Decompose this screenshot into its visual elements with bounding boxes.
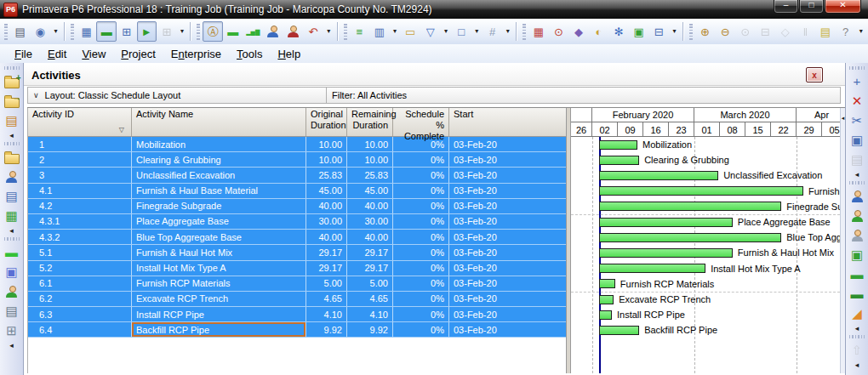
- gantt-bar[interactable]: [599, 186, 803, 196]
- column-header-remaining-duration[interactable]: Remaining Duration: [347, 108, 393, 136]
- timescale-week[interactable]: 05: [822, 122, 840, 137]
- activity-details-icon[interactable]: ▦: [528, 21, 549, 42]
- cell-remaining-duration[interactable]: 10.00: [347, 137, 393, 151]
- column-header-activity-id[interactable]: Activity ID ▽: [28, 108, 132, 136]
- constraints-icon[interactable]: ✻: [608, 21, 629, 42]
- collapse-left-icon[interactable]: ◂: [0, 130, 23, 140]
- cell-activity-id[interactable]: 1: [28, 137, 132, 151]
- timescale-month[interactable]: Apr: [797, 108, 840, 122]
- cell-remaining-duration[interactable]: 9.92: [347, 322, 393, 337]
- cell-remaining-duration[interactable]: 29.17: [347, 261, 393, 276]
- assign-resource-by-role-icon[interactable]: [847, 206, 867, 225]
- cell-original-duration[interactable]: 29.17: [306, 261, 347, 276]
- timescale-week[interactable]: 29: [797, 122, 822, 137]
- collapse-left-icon[interactable]: ◂: [0, 340, 23, 350]
- column-header-original-duration[interactable]: Original Duration: [306, 108, 347, 136]
- cell-original-duration[interactable]: 29.17: [306, 245, 347, 259]
- activities-icon[interactable]: ▬: [2, 242, 22, 262]
- gantt-bar[interactable]: [599, 295, 614, 304]
- timescale-icon[interactable]: ▭: [400, 21, 420, 42]
- columns-dropdown-icon[interactable]: ▾: [390, 21, 401, 42]
- column-header-start[interactable]: Start: [449, 108, 566, 136]
- cell-remaining-duration[interactable]: 30.00: [347, 214, 393, 229]
- views-dropdown-icon[interactable]: ▾: [177, 21, 188, 42]
- timescale-week[interactable]: 09: [618, 122, 643, 137]
- cell-start[interactable]: 03-Feb-20: [449, 245, 566, 259]
- add-icon[interactable]: +: [847, 71, 867, 91]
- gantt-bar[interactable]: [599, 279, 615, 288]
- panel-close-icon[interactable]: x: [806, 67, 823, 82]
- find-icon[interactable]: Ⓐ: [203, 21, 223, 42]
- resources-icon[interactable]: [263, 21, 283, 42]
- cell-activity-name[interactable]: Blue Top Aggregate Base: [132, 230, 306, 244]
- cell-original-duration[interactable]: 4.10: [306, 307, 347, 321]
- cell-remaining-duration[interactable]: 5.00: [347, 276, 393, 291]
- cell-activity-id[interactable]: 3: [28, 168, 132, 182]
- assign-steps-icon[interactable]: ◢: [847, 304, 867, 323]
- timescale-month[interactable]: March 2020: [694, 108, 797, 122]
- cell-activity-id[interactable]: 2: [28, 152, 132, 167]
- gantt-bar[interactable]: [599, 156, 639, 165]
- gantt-bar[interactable]: [599, 326, 639, 335]
- bars-icon[interactable]: ▬: [223, 21, 243, 42]
- cell-schedule-pct[interactable]: 0%: [393, 245, 449, 259]
- cell-activity-name[interactable]: Install Hot Mix Type A: [132, 261, 306, 276]
- gantt-bar[interactable]: [599, 202, 781, 211]
- gantt-bar[interactable]: [599, 218, 733, 227]
- timescale-week[interactable]: 02: [592, 122, 618, 137]
- cell-activity-id[interactable]: 4.2: [28, 199, 132, 213]
- collapse-left-icon[interactable]: ◂: [841, 113, 845, 123]
- cell-original-duration[interactable]: 10.00: [306, 137, 347, 151]
- zoom-out-icon[interactable]: ⊖: [715, 21, 735, 42]
- cell-activity-name[interactable]: Mobilization: [132, 137, 306, 151]
- cell-activity-id[interactable]: 6.4: [28, 322, 132, 337]
- menu-tools[interactable]: Tools: [229, 46, 270, 62]
- cell-original-duration[interactable]: 30.00: [306, 214, 347, 229]
- cell-start[interactable]: 03-Feb-20: [449, 292, 566, 306]
- cell-schedule-pct[interactable]: 0%: [393, 214, 449, 229]
- cell-original-duration[interactable]: 10.00: [306, 152, 347, 167]
- gantt-bar[interactable]: [599, 171, 718, 180]
- cell-start[interactable]: 03-Feb-20: [449, 214, 566, 229]
- timescale-week[interactable]: 08: [720, 122, 745, 137]
- cell-original-duration[interactable]: 45.00: [306, 184, 347, 198]
- cell-schedule-pct[interactable]: 0%: [393, 276, 449, 291]
- line-numbers-icon[interactable]: #: [483, 21, 503, 42]
- cell-start[interactable]: 03-Feb-20: [449, 261, 566, 276]
- cell-activity-id[interactable]: 6.1: [28, 276, 132, 291]
- assignments-icon[interactable]: [2, 281, 22, 301]
- cell-activity-id[interactable]: 5.1: [28, 245, 132, 259]
- menu-help[interactable]: Help: [270, 46, 308, 62]
- gantt-bar[interactable]: [599, 264, 705, 273]
- minimize-button[interactable]: –: [774, 0, 798, 14]
- cell-schedule-pct[interactable]: 0%: [393, 199, 449, 213]
- table-view-icon[interactable]: ▦: [77, 21, 97, 42]
- copy-icon[interactable]: ▣: [847, 130, 867, 150]
- menu-project[interactable]: Project: [113, 46, 163, 62]
- gantt-bar[interactable]: [599, 248, 733, 258]
- assign-resource-icon[interactable]: [847, 186, 867, 206]
- layout-selector[interactable]: ∨ Layout: Classic Schedule Layout: [28, 88, 327, 103]
- cell-activity-name[interactable]: Clearing & Grubbing: [132, 152, 306, 167]
- assign-role-icon[interactable]: [847, 225, 867, 245]
- group-and-sort-icon[interactable]: ≡: [350, 21, 370, 42]
- menu-enterprise[interactable]: Enterprise: [163, 46, 229, 62]
- cell-start[interactable]: 03-Feb-20: [449, 168, 566, 182]
- tools-dropdown-icon[interactable]: ▾: [669, 21, 680, 42]
- cell-activity-id[interactable]: 5.2: [28, 261, 132, 276]
- view-dropdown-icon[interactable]: ▾: [502, 21, 513, 42]
- assign-predecessor-icon[interactable]: ▬: [847, 264, 867, 284]
- maximize-button[interactable]: □: [799, 0, 824, 14]
- expenses-icon[interactable]: ⊞: [2, 321, 22, 340]
- column-header-activity-name[interactable]: Activity Name: [132, 108, 306, 136]
- cell-remaining-duration[interactable]: 40.00: [347, 230, 393, 244]
- collapse-left-icon[interactable]: ◂: [846, 169, 868, 179]
- update-progress-icon[interactable]: ▣: [629, 21, 649, 42]
- comments-icon[interactable]: ▤: [815, 21, 836, 42]
- timescale-week[interactable]: 26: [571, 122, 592, 137]
- assign-activity-code-icon[interactable]: ▣: [847, 245, 867, 264]
- cell-activity-id[interactable]: 4.3.2: [28, 230, 132, 244]
- cell-start[interactable]: 03-Feb-20: [449, 230, 566, 244]
- apply-actuals-icon[interactable]: ◐: [589, 21, 609, 42]
- resources-icon[interactable]: [2, 167, 22, 186]
